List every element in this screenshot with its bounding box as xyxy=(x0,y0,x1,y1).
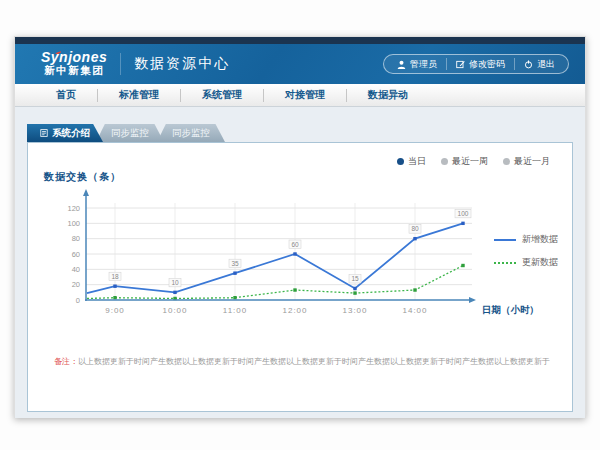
main-nav: 首页 标准管理 系统管理 对接管理 数据异动 xyxy=(15,84,585,107)
solid-line-swatch-icon xyxy=(494,239,516,241)
svg-text:100: 100 xyxy=(458,210,469,217)
power-logout-icon xyxy=(524,60,533,69)
svg-text:10: 10 xyxy=(171,279,179,286)
user-menu: 管理员 修改密码 退出 xyxy=(383,54,569,74)
time-range-filters: 当日 最近一周 最近一月 xyxy=(397,155,550,168)
page-title: 数据资源中心 xyxy=(134,55,230,73)
svg-text:80: 80 xyxy=(411,225,419,232)
radio-icon xyxy=(441,158,448,165)
svg-text:60: 60 xyxy=(291,241,299,248)
user-name-button[interactable]: 管理员 xyxy=(388,58,446,70)
data-exchange-line-chart: 0204060801001201810356015801009:0010:001… xyxy=(40,185,545,325)
nav-item-data-change[interactable]: 数据异动 xyxy=(347,88,429,102)
filter-label: 最近一月 xyxy=(514,155,550,168)
filter-label: 当日 xyxy=(408,155,426,168)
company-logo: Synjones 新中新集团 xyxy=(41,51,107,78)
app-window: Synjones 新中新集团 数据资源中心 管理员 修改密码 xyxy=(14,36,586,418)
tab-system-intro[interactable]: 系统介绍 xyxy=(27,124,103,142)
svg-text:35: 35 xyxy=(231,260,239,267)
nav-item-interface-mgmt[interactable]: 对接管理 xyxy=(264,88,346,102)
svg-text:11:00: 11:00 xyxy=(223,306,247,315)
tab-bar: 系统介绍 同步监控 同步监控 xyxy=(27,124,585,142)
filter-last-week-radio[interactable]: 最近一周 xyxy=(441,155,488,168)
svg-text:10:00: 10:00 xyxy=(162,306,187,315)
svg-text:120: 120 xyxy=(67,204,80,213)
chart-panel: 当日 最近一周 最近一月 数据交换（条） 0204060801001201810… xyxy=(27,142,573,412)
edit-pencil-icon xyxy=(456,60,465,69)
logo-company-name: 新中新集团 xyxy=(41,64,107,78)
footnote: 备注：以上数据更新于时间产生数据以上数据更新于时间产生数据以上数据更新于时间产生… xyxy=(54,356,559,367)
nav-item-home[interactable]: 首页 xyxy=(35,88,97,102)
app-header: Synjones 新中新集团 数据资源中心 管理员 修改密码 xyxy=(15,44,585,84)
svg-text:80: 80 xyxy=(72,234,80,243)
tab-label: 系统介绍 xyxy=(52,127,90,140)
logo-wordmark: Synjones xyxy=(41,51,107,64)
change-password-label: 修改密码 xyxy=(469,58,505,71)
legend-item-update-data: 更新数据 xyxy=(494,256,558,269)
svg-text:12:00: 12:00 xyxy=(282,306,307,315)
svg-text:100: 100 xyxy=(67,219,80,228)
logout-button[interactable]: 退出 xyxy=(514,58,564,70)
svg-text:0: 0 xyxy=(76,296,80,305)
filter-label: 最近一周 xyxy=(452,155,488,168)
tab-label: 同步监控 xyxy=(172,127,210,140)
change-password-button[interactable]: 修改密码 xyxy=(446,58,514,70)
footnote-text: 以上数据更新于时间产生数据以上数据更新于时间产生数据以上数据更新于时间产生数据以… xyxy=(78,357,550,366)
radio-selected-icon xyxy=(397,158,404,165)
svg-text:日期（小时）: 日期（小时） xyxy=(482,304,539,316)
nav-item-system-mgmt[interactable]: 系统管理 xyxy=(181,88,263,102)
document-icon xyxy=(40,129,48,137)
svg-text:60: 60 xyxy=(72,250,80,259)
svg-text:40: 40 xyxy=(72,265,80,274)
top-navy-strip xyxy=(15,37,585,44)
filter-today-radio[interactable]: 当日 xyxy=(397,155,426,168)
chart-legend: 新增数据 更新数据 xyxy=(494,233,558,279)
svg-text:14:00: 14:00 xyxy=(402,306,427,315)
tab-label: 同步监控 xyxy=(111,127,149,140)
filter-last-month-radio[interactable]: 最近一月 xyxy=(503,155,550,168)
radio-icon xyxy=(503,158,510,165)
svg-text:13:00: 13:00 xyxy=(342,306,367,315)
dotted-line-swatch-icon xyxy=(494,262,516,264)
user-name-label: 管理员 xyxy=(410,58,437,71)
svg-text:18: 18 xyxy=(111,273,119,280)
svg-text:15: 15 xyxy=(351,275,359,282)
svg-text:20: 20 xyxy=(72,280,80,289)
legend-label: 更新数据 xyxy=(522,256,558,269)
logout-label: 退出 xyxy=(537,58,555,71)
legend-label: 新增数据 xyxy=(522,233,558,246)
y-axis-title: 数据交换（条） xyxy=(44,170,121,184)
content-area: 系统介绍 同步监控 同步监控 当日 最近一周 xyxy=(15,107,585,418)
nav-item-standard-mgmt[interactable]: 标准管理 xyxy=(98,88,180,102)
tab-sync-monitor-1[interactable]: 同步监控 xyxy=(96,124,164,142)
tab-sync-monitor-2[interactable]: 同步监控 xyxy=(157,124,225,142)
footnote-prefix: 备注： xyxy=(54,357,78,366)
legend-item-new-data: 新增数据 xyxy=(494,233,558,246)
user-icon xyxy=(397,60,406,69)
header-divider xyxy=(120,53,121,75)
svg-text:9:00: 9:00 xyxy=(105,306,125,315)
